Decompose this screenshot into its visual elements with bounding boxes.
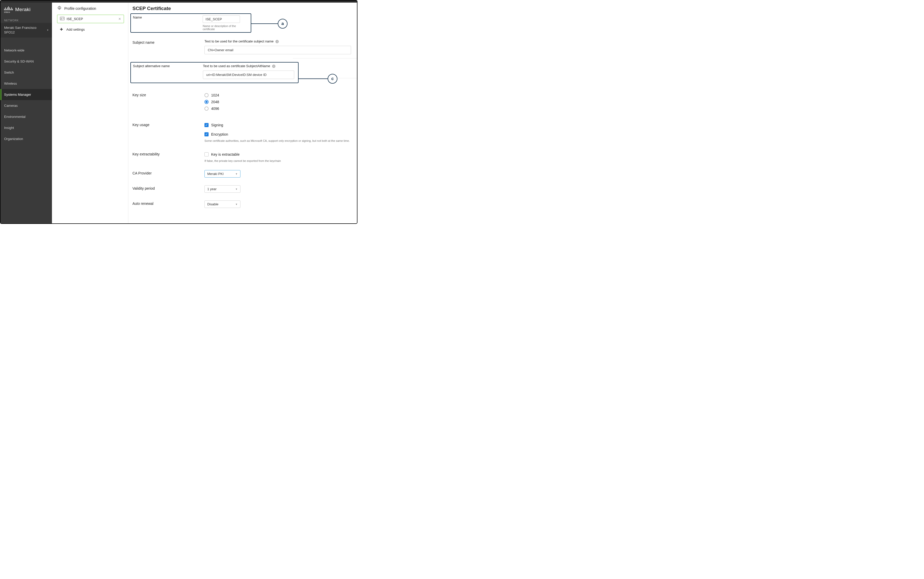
keysize-option-1024[interactable]: 1024 xyxy=(204,92,357,98)
svg-point-0 xyxy=(59,7,60,9)
sidebar-item-cameras[interactable]: Cameras xyxy=(0,100,52,111)
subject-name-label: Subject name xyxy=(132,39,204,44)
sidebar-item-label: Insight xyxy=(4,126,14,130)
network-picker[interactable]: Meraki San Francisco SFO12 ▾ xyxy=(0,23,52,38)
sidebar-item-organization[interactable]: Organization xyxy=(0,133,52,144)
key-extractability-label: Key extractability xyxy=(132,151,204,156)
radio-icon xyxy=(204,93,209,97)
keyusage-signing[interactable]: ✓ Signing xyxy=(204,122,357,128)
name-label: Name xyxy=(133,15,203,19)
sidebar-item-environmental[interactable]: Environmental xyxy=(0,111,52,122)
caret-down-icon: ▼ xyxy=(235,173,238,175)
sidebar: cisco Meraki NETWORK Meraki San Francisc… xyxy=(0,3,52,223)
sidebar-item-switch[interactable]: Switch xyxy=(0,67,52,78)
sidebar-item-label: Wireless xyxy=(4,82,17,85)
checkbox-icon: ✓ xyxy=(204,132,209,136)
gear-icon xyxy=(57,6,62,11)
name-hint: Name or description of the certificate xyxy=(203,25,249,31)
vendor-text: cisco xyxy=(4,11,13,13)
window-topbar xyxy=(0,0,357,3)
subject-name-input[interactable] xyxy=(204,46,351,54)
caret-down-icon: ▾ xyxy=(47,28,48,32)
sidebar-item-label: Cameras xyxy=(4,104,18,108)
sidebar-item-label: Network-wide xyxy=(4,48,24,52)
sidebar-item-label: Systems Manager xyxy=(4,93,31,96)
ca-provider-label: CA Provider xyxy=(132,170,204,175)
auto-renewal-label: Auto renewal xyxy=(132,200,204,206)
callout-line xyxy=(251,23,278,24)
extract-hint: If false, the private key cannot be expo… xyxy=(204,159,357,162)
san-label: Subject alternative name xyxy=(133,64,203,68)
key-usage-label: Key usage xyxy=(132,122,204,127)
sidebar-item-security-sdwan[interactable]: Security & SD-WAN xyxy=(0,56,52,67)
keyusage-encryption[interactable]: ✓ Encryption xyxy=(204,131,357,138)
auto-renewal-select[interactable]: Disable ▼ xyxy=(204,200,240,208)
form-pane: SCEP Certificate Name Name or descriptio… xyxy=(128,3,357,223)
sidebar-item-label: Organization xyxy=(4,137,23,141)
key-size-label: Key size xyxy=(132,92,204,97)
select-value: Meraki PKI xyxy=(207,172,224,176)
profile-entry[interactable]: ISE_SCEP ✕ xyxy=(57,15,124,23)
brand-text: Meraki xyxy=(15,7,31,12)
sidebar-item-label: Switch xyxy=(4,70,14,74)
remove-profile-button[interactable]: ✕ xyxy=(118,17,121,21)
validity-period-select[interactable]: 1 year ▼ xyxy=(204,185,240,193)
sidebar-item-wireless[interactable]: Wireless xyxy=(0,78,52,89)
sidebar-item-insight[interactable]: Insight xyxy=(0,122,52,133)
select-value: Disable xyxy=(207,202,218,206)
checkbox-icon xyxy=(204,152,209,157)
certificate-name-input[interactable] xyxy=(203,15,240,23)
sidebar-item-label: Security & SD-WAN xyxy=(4,59,34,63)
checkbox-label: Encryption xyxy=(211,132,228,136)
key-extractable-option[interactable]: Key is extractable xyxy=(204,151,357,158)
sidebar-item-network-wide[interactable]: Network-wide xyxy=(0,45,52,56)
info-icon[interactable]: i xyxy=(272,65,275,68)
radio-label: 2048 xyxy=(211,100,219,104)
subject-name-desc: Text to be used for the certificate subj… xyxy=(204,39,274,43)
checkbox-label: Key is extractable xyxy=(211,152,240,157)
page-title: SCEP Certificate xyxy=(132,6,357,11)
callout-c: c xyxy=(295,74,337,83)
caret-down-icon: ▼ xyxy=(235,203,238,206)
brand-logo: cisco Meraki xyxy=(0,3,52,15)
radio-label: 4096 xyxy=(211,106,219,111)
app-shell: cisco Meraki NETWORK Meraki San Francisc… xyxy=(0,3,357,223)
profile-entry-name: ISE_SCEP xyxy=(67,17,83,21)
checkbox-icon: ✓ xyxy=(204,123,209,127)
cisco-bars-icon xyxy=(4,6,13,10)
add-settings-button[interactable]: ✚ Add settings xyxy=(57,26,124,33)
radio-icon xyxy=(204,100,209,104)
profile-config-header: Profile configuration xyxy=(57,6,124,11)
keysize-option-2048[interactable]: 2048 xyxy=(204,98,357,105)
sidebar-item-systems-manager[interactable]: Systems Manager xyxy=(0,89,52,100)
svg-point-2 xyxy=(61,18,62,19)
callout-box-a: Name Name or description of the certific… xyxy=(130,13,251,33)
radio-label: 1024 xyxy=(211,93,219,97)
ca-provider-select[interactable]: Meraki PKI ▼ xyxy=(204,170,240,178)
callout-line xyxy=(298,79,328,79)
keysize-option-4096[interactable]: 4096 xyxy=(204,105,357,112)
plus-icon: ✚ xyxy=(60,27,63,31)
san-desc: Text to be used as certificate SubjectAl… xyxy=(203,64,270,68)
keyusage-hint: Some certificate authorities, such as Mi… xyxy=(204,139,357,142)
info-icon[interactable]: i xyxy=(275,40,279,43)
radio-icon xyxy=(204,106,209,111)
sidebar-item-label: Environmental xyxy=(4,115,26,119)
callout-marker: a xyxy=(278,19,287,29)
checkbox-label: Signing xyxy=(211,123,223,127)
add-settings-label: Add settings xyxy=(66,28,85,31)
callout-a: a xyxy=(248,19,287,29)
san-input[interactable] xyxy=(203,70,294,79)
select-value: 1 year xyxy=(207,187,217,191)
caret-down-icon: ▼ xyxy=(235,188,238,190)
validity-period-label: Validity period xyxy=(132,185,204,190)
network-section-label: NETWORK xyxy=(0,15,52,23)
profile-config-title: Profile configuration xyxy=(64,7,96,11)
callout-box-c: Subject alternative name Text to be used… xyxy=(130,62,298,83)
profile-list-column: Profile configuration ISE_SCEP ✕ ✚ Add s… xyxy=(52,3,128,223)
callout-marker: c xyxy=(328,74,337,83)
id-card-icon xyxy=(60,17,65,21)
network-name: Meraki San Francisco SFO12 xyxy=(4,26,47,34)
